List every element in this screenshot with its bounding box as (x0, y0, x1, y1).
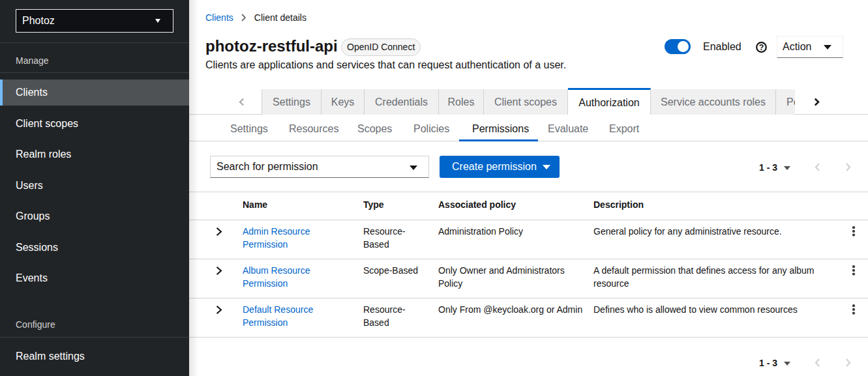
svg-text:?: ? (759, 43, 764, 52)
